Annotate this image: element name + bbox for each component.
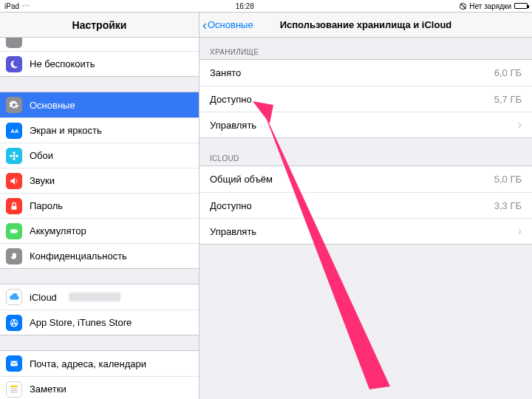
- sidebar-item-label: Заметки: [30, 383, 66, 395]
- cloud-icon: [6, 289, 22, 305]
- detail-row: Доступно5,7 ГБ: [200, 86, 532, 112]
- detail-row-label: Доступно: [210, 94, 494, 105]
- sidebar-item-label: iCloud: [30, 292, 57, 303]
- back-button[interactable]: ‹ Основные: [202, 18, 253, 32]
- status-bar: iPad 16:28 Нет зарядки: [0, 0, 532, 12]
- sidebar-item-battery[interactable]: Аккумулятор: [0, 218, 199, 243]
- detail-row[interactable]: Управлять›: [200, 218, 532, 244]
- sidebar-item-label: Аккумулятор: [30, 225, 86, 236]
- detail-row-value: 5,0 ГБ: [494, 174, 522, 185]
- detail-row-label: Управлять: [210, 226, 514, 237]
- battery-icon: [514, 3, 528, 9]
- detail-row-value: 3,3 ГБ: [494, 200, 522, 211]
- svg-point-4: [10, 154, 12, 157]
- notes-icon: [6, 381, 22, 398]
- sidebar-item-notes[interactable]: Заметки: [0, 376, 199, 399]
- svg-point-1: [13, 154, 16, 157]
- sidebar-item-label: Пароль: [30, 200, 63, 211]
- gear-icon: [6, 97, 22, 113]
- detail-pane: ‹ Основные Использование хранилища и iCl…: [200, 13, 532, 399]
- appstore-icon: [6, 315, 22, 331]
- svg-point-5: [16, 154, 18, 157]
- sidebar: Настройки Не беспокоитьОсновныеAAЭкран и…: [0, 13, 200, 399]
- sidebar-item-label: Почта, адреса, календари: [30, 358, 146, 369]
- status-time: 16:28: [236, 2, 254, 10]
- sidebar-item-wallpaper[interactable]: Обои: [0, 143, 199, 168]
- sidebar-item-passcode[interactable]: Пароль: [0, 193, 199, 218]
- wifi-icon: [22, 3, 30, 9]
- svg-rect-6: [12, 205, 17, 209]
- chevron-right-icon: ›: [518, 225, 522, 238]
- svg-rect-8: [17, 230, 18, 231]
- svg-point-3: [13, 157, 16, 160]
- sidebar-item-icloud[interactable]: iCloud: [0, 284, 199, 310]
- chevron-right-icon: ›: [518, 118, 522, 132]
- moon-icon: [6, 56, 22, 72]
- sidebar-item-dnd[interactable]: Не беспокоить: [0, 51, 199, 76]
- generic-icon: [6, 38, 22, 48]
- sidebar-item-label: App Store, iTunes Store: [30, 317, 132, 328]
- detail-row-value: 6,0 ГБ: [494, 67, 522, 78]
- wallpaper-icon: [6, 148, 22, 164]
- sidebar-item-mail[interactable]: Почта, адреса, календари: [0, 351, 199, 376]
- svg-text:AA: AA: [10, 127, 18, 134]
- sidebar-item-label: Звуки: [30, 175, 55, 186]
- sidebar-item-label: Основные: [30, 100, 75, 111]
- text-size-icon: AA: [6, 123, 22, 139]
- detail-row[interactable]: Управлять›: [200, 112, 532, 137]
- detail-row-label: Общий объём: [210, 174, 494, 185]
- lock-icon: [6, 198, 22, 214]
- detail-row: Занято6,0 ГБ: [200, 60, 532, 86]
- sidebar-item-display[interactable]: AAЭкран и яркость: [0, 117, 199, 143]
- svg-point-2: [13, 151, 16, 154]
- mail-icon: [6, 355, 22, 372]
- hand-icon: [6, 248, 22, 265]
- charging-label: Нет зарядки: [469, 2, 511, 10]
- sidebar-item-sounds[interactable]: Звуки: [0, 168, 199, 193]
- detail-row: Доступно3,3 ГБ: [200, 192, 532, 218]
- sidebar-item-label: Экран и яркость: [30, 125, 102, 136]
- sidebar-item-label: Обои: [30, 150, 53, 161]
- detail-row: Общий объём5,0 ГБ: [200, 166, 532, 192]
- detail-row-label: Управлять: [210, 120, 514, 131]
- sidebar-item-privacy[interactable]: Конфиденциальность: [0, 243, 199, 268]
- sidebar-item-label: Конфиденциальность: [30, 250, 127, 262]
- no-charging-icon: [460, 3, 466, 10]
- battery-icon: [6, 223, 22, 239]
- section-header: ICLOUD: [200, 144, 532, 166]
- detail-row-label: Занято: [210, 67, 494, 78]
- sidebar-item-general[interactable]: Основные: [0, 92, 199, 117]
- speaker-icon: [6, 173, 22, 189]
- device-label: iPad: [4, 2, 19, 10]
- svg-rect-12: [10, 385, 17, 386]
- chevron-left-icon: ‹: [202, 18, 207, 32]
- detail-header: ‹ Основные Использование хранилища и iCl…: [200, 13, 532, 38]
- detail-row-label: Доступно: [210, 200, 494, 211]
- detail-row-value: 5,7 ГБ: [494, 94, 522, 105]
- section-header: ХРАНИЛИЩЕ: [200, 38, 532, 59]
- obscured-account-label: [69, 293, 120, 301]
- back-label: Основные: [208, 19, 253, 30]
- svg-rect-9: [11, 230, 16, 233]
- sidebar-title: Настройки: [0, 13, 199, 38]
- sidebar-item-appstore[interactable]: App Store, iTunes Store: [0, 310, 199, 335]
- sidebar-item-label: Не беспокоить: [30, 58, 95, 69]
- sidebar-item-truncated-prev: [0, 38, 199, 51]
- svg-rect-11: [10, 361, 17, 366]
